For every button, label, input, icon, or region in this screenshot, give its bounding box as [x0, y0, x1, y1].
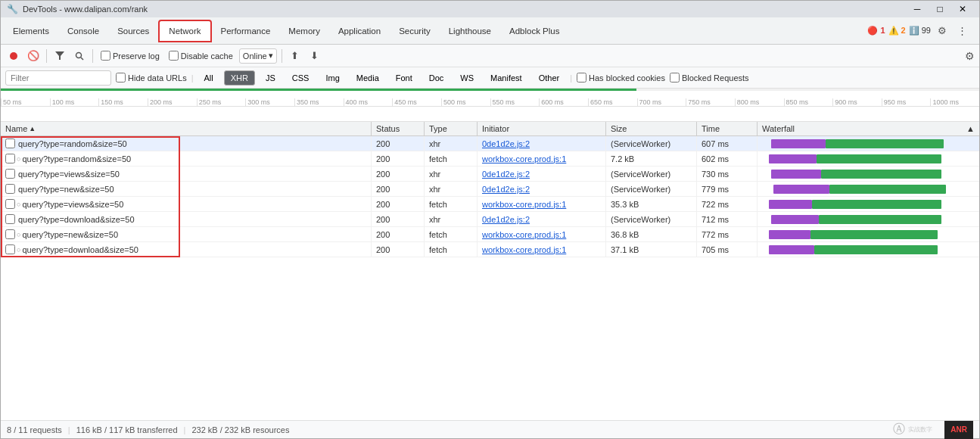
tab-console[interactable]: Console — [58, 20, 108, 42]
sort-arrow-waterfall: ▲ — [966, 124, 975, 133]
table-row[interactable]: query?type=views&size=50 200 xhr 0de1d2e… — [1, 167, 979, 182]
table-row[interactable]: ○ query?type=download&size=50 200 fetch … — [1, 242, 979, 257]
status-bar: 8 / 11 requests | 116 kB / 117 kB transf… — [1, 420, 979, 438]
hide-data-urls-checkbox[interactable] — [116, 73, 126, 83]
filter-other[interactable]: Other — [533, 70, 566, 86]
table-body: query?type=random&size=50 200 xhr 0de1d2… — [1, 136, 979, 420]
type-cell-7: fetch — [425, 242, 478, 257]
tab-memory[interactable]: Memory — [279, 20, 329, 42]
tab-lighthouse[interactable]: Lighthouse — [440, 20, 500, 42]
blocked-requests-checkbox[interactable] — [670, 73, 680, 83]
watermark-text: 实战数字 — [908, 425, 932, 434]
blocked-requests-label[interactable]: Blocked Requests — [670, 73, 749, 83]
name-cell-2: query?type=views&size=50 — [1, 167, 372, 181]
tab-sources[interactable]: Sources — [108, 20, 158, 42]
row-checkbox-0[interactable] — [5, 139, 15, 148]
hide-data-urls-label[interactable]: Hide data URLs — [116, 73, 187, 83]
filter-manifest[interactable]: Manifest — [484, 70, 528, 86]
status-cell-3: 200 — [372, 182, 425, 196]
warning-count: ⚠️ 2 — [888, 26, 906, 36]
name-cell-7: ○ query?type=download&size=50 — [1, 242, 372, 257]
waterfall-bar-purple-4 — [769, 200, 812, 209]
row-checkbox-7[interactable] — [5, 244, 15, 254]
disable-cache-checkbox[interactable] — [169, 51, 179, 61]
filter-input[interactable] — [5, 70, 111, 86]
row-checkbox-1[interactable] — [5, 154, 15, 163]
col-header-type[interactable]: Type — [425, 122, 478, 135]
filter-js[interactable]: JS — [260, 70, 282, 86]
blocked-cookies-checkbox[interactable] — [577, 73, 586, 83]
row-checkbox-5[interactable] — [5, 214, 15, 224]
fetch-icon-1: ○ — [17, 155, 20, 163]
initiator-cell-3: 0de1d2e.js:2 — [478, 182, 606, 196]
record-button[interactable] — [5, 48, 22, 64]
timeline-ruler: 50 ms 100 ms 150 ms 200 ms 250 ms 300 ms… — [1, 89, 979, 107]
import-button[interactable]: ⬆ — [287, 48, 303, 64]
waterfall-bar-purple-5 — [771, 215, 819, 224]
name-cell-5: query?type=download&size=50 — [1, 212, 372, 226]
filter-all[interactable]: All — [198, 70, 219, 86]
row-checkbox-2[interactable] — [5, 169, 15, 179]
minimize-button[interactable]: ─ — [907, 1, 928, 17]
more-button[interactable]: ⋮ — [954, 23, 970, 39]
table-row[interactable]: ○ query?type=new&size=50 200 fetch workb… — [1, 227, 979, 242]
col-header-name[interactable]: Name ▲ — [1, 122, 372, 135]
info-count: ℹ️ 99 — [909, 26, 931, 36]
table-row[interactable]: query?type=new&size=50 200 xhr 0de1d2e.j… — [1, 182, 979, 197]
filter-media[interactable]: Media — [350, 70, 385, 86]
maximize-button[interactable]: □ — [929, 1, 950, 17]
filter-ws[interactable]: WS — [454, 70, 480, 86]
table-row[interactable]: ○ query?type=random&size=50 200 fetch wo… — [1, 151, 979, 167]
blocked-cookies-label[interactable]: Has blocked cookies — [577, 73, 665, 83]
row-checkbox-6[interactable] — [5, 229, 15, 239]
tab-adblock[interactable]: Adblock Plus — [500, 20, 568, 42]
waterfall-bar-purple-3 — [773, 185, 829, 194]
clear-button[interactable]: 🚫 — [25, 48, 42, 64]
filter-img[interactable]: Img — [319, 70, 345, 86]
disable-cache-label[interactable]: Disable cache — [169, 51, 233, 61]
filter-font[interactable]: Font — [390, 70, 418, 86]
initiator-cell-0: 0de1d2e.js:2 — [478, 136, 606, 151]
search-button[interactable] — [71, 48, 88, 64]
network-settings-icon[interactable]: ⚙ — [965, 50, 975, 62]
error-count: 🔴 1 — [867, 26, 885, 36]
tab-application[interactable]: Application — [329, 20, 390, 42]
settings-button[interactable]: ⚙ — [934, 23, 950, 39]
filter-bar: Hide data URLs | All XHR JS CSS Img Medi… — [1, 67, 979, 89]
table-row[interactable]: query?type=download&size=50 200 xhr 0de1… — [1, 212, 979, 227]
table-rows-container: query?type=random&size=50 200 xhr 0de1d2… — [1, 136, 979, 378]
timeline-progress — [1, 89, 636, 91]
col-header-size[interactable]: Size — [606, 122, 697, 135]
table-row[interactable]: ○ query?type=views&size=50 200 fetch wor… — [1, 197, 979, 212]
col-header-waterfall[interactable]: Waterfall ▲ — [758, 122, 979, 135]
row-checkbox-3[interactable] — [5, 184, 15, 194]
filter-css[interactable]: CSS — [286, 70, 316, 86]
row-checkbox-4[interactable] — [5, 199, 15, 209]
tab-elements[interactable]: Elements — [4, 20, 58, 42]
preserve-log-checkbox[interactable] — [101, 51, 110, 61]
tab-security[interactable]: Security — [390, 20, 440, 42]
tab-bar: Elements Console Sources Network Perform… — [1, 17, 979, 45]
initiator-cell-6: workbox-core.prod.js:1 — [478, 227, 606, 241]
export-button[interactable]: ⬇ — [306, 48, 323, 64]
status-cell-7: 200 — [372, 242, 425, 257]
table-row[interactable]: query?type=random&size=50 200 xhr 0de1d2… — [1, 136, 979, 151]
filter-xhr[interactable]: XHR — [224, 70, 255, 86]
close-button[interactable]: ✕ — [952, 1, 973, 17]
col-header-initiator[interactable]: Initiator — [478, 122, 606, 135]
waterfall-cell-5 — [758, 212, 979, 226]
tab-network[interactable]: Network — [158, 20, 211, 42]
filter-button[interactable] — [51, 48, 68, 64]
svg-point-1 — [76, 52, 82, 58]
tab-performance[interactable]: Performance — [212, 20, 280, 42]
throttle-select[interactable]: Online ▾ — [239, 48, 277, 64]
filter-doc[interactable]: Doc — [423, 70, 450, 86]
status-cell-4: 200 — [372, 197, 425, 211]
svg-line-2 — [81, 58, 83, 60]
waterfall-bar-green-5 — [819, 215, 941, 224]
preserve-log-label[interactable]: Preserve log — [101, 51, 160, 61]
time-cell-6: 772 ms — [697, 227, 758, 241]
waterfall-cell-7 — [758, 242, 979, 257]
col-header-status[interactable]: Status — [372, 122, 425, 135]
col-header-time[interactable]: Time — [697, 122, 758, 135]
